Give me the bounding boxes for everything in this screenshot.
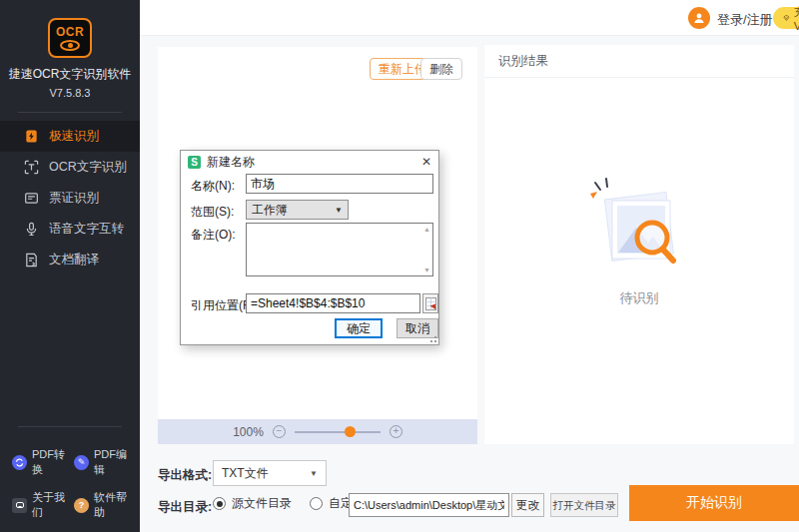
dialog-close-icon[interactable]: ✕ <box>421 155 431 169</box>
export-format-dropdown[interactable]: TXT文件 ▼ <box>213 460 327 486</box>
source-dir-radio[interactable] <box>213 497 226 510</box>
scope-dropdown[interactable]: 工作簿 ▼ <box>246 200 349 220</box>
zoom-percent: 100% <box>233 425 264 439</box>
awaiting-image-icon <box>584 176 694 275</box>
range-selector-icon <box>425 297 436 310</box>
custom-dir-radio[interactable] <box>310 497 323 510</box>
comment-field-wrap: ▲ ▼ <box>246 223 433 276</box>
export-dir-options: 源文件目录 自定义 <box>213 495 365 512</box>
sidebar-item-ocr-text[interactable]: OCR文字识别 <box>0 152 140 183</box>
sidebar-item-speech-text[interactable]: 语音文字互转 <box>0 214 140 245</box>
vip-label: 充值VIP <box>794 5 799 32</box>
range-selector-button[interactable] <box>422 293 438 313</box>
eye-icon <box>60 40 80 51</box>
help-label: 软件帮助 <box>94 490 136 520</box>
chevron-down-icon: ▼ <box>335 206 343 215</box>
user-avatar[interactable] <box>688 7 710 29</box>
vip-badge-icon <box>783 12 790 24</box>
spreadsheet-icon: S <box>188 156 201 169</box>
app-name: 捷速OCR文字识别软件 <box>0 66 140 83</box>
lightning-doc-icon <box>24 129 39 144</box>
sidebar-item-label: 票证识别 <box>49 190 99 207</box>
awaiting-text: 待识别 <box>620 289 659 307</box>
comment-label: 备注(O): <box>191 227 236 244</box>
sidebar-item-label: 语音文字互转 <box>49 221 124 238</box>
export-format-label: 导出格式: <box>158 467 212 484</box>
excel-new-name-dialog: S 新建名称 ✕ 名称(N): 范围(S): 工作簿 ▼ 备注(O): ▲ ▼ … <box>180 150 439 345</box>
pdf-edit-icon: ✎ <box>74 455 89 470</box>
app-version: V7.5.8.3 <box>0 87 140 99</box>
sidebar-item-ticket-ocr[interactable]: 票证识别 <box>0 183 140 214</box>
source-dir-label: 源文件目录 <box>232 495 292 512</box>
pdf-convert-link[interactable]: PDF转换 <box>12 447 74 477</box>
scope-value: 工作簿 <box>252 202 288 219</box>
app-logo: OCR <box>48 18 92 58</box>
chevron-down-icon: ▼ <box>310 469 318 478</box>
zoom-slider-knob[interactable] <box>345 426 356 437</box>
sidebar-item-doc-translate[interactable]: 文档翻译 <box>0 245 140 275</box>
zoom-slider[interactable] <box>295 431 381 433</box>
name-field[interactable] <box>246 174 433 194</box>
ticket-icon <box>24 191 39 206</box>
delete-button[interactable]: 删除 <box>420 58 462 80</box>
top-bar: 登录/注册 充值VIP ✕ <box>140 0 799 36</box>
microphone-icon <box>24 222 39 237</box>
export-path-field[interactable] <box>349 493 509 517</box>
pdf-edit-link[interactable]: ✎ PDF编辑 <box>74 447 136 477</box>
export-format-value: TXT文件 <box>222 465 269 482</box>
result-panel-title: 识别结果 <box>484 45 794 78</box>
resize-grip[interactable] <box>430 336 436 342</box>
scroll-up-icon[interactable]: ▲ <box>423 226 430 233</box>
logo-text: OCR <box>56 26 84 38</box>
pdf-convert-label: PDF转换 <box>32 447 74 477</box>
sidebar-footer-divider <box>18 426 122 427</box>
sidebar-footer: PDF转换 ✎ PDF编辑 关于我们 ? 软件帮助 <box>0 413 140 532</box>
pdf-edit-label: PDF编辑 <box>94 447 136 477</box>
login-register-link[interactable]: 登录/注册 <box>717 11 773 29</box>
ok-button[interactable]: 确定 <box>335 318 383 338</box>
export-dir-label: 导出目录: <box>158 499 212 516</box>
zoom-bar: 100% − + <box>158 419 477 444</box>
sidebar-item-label: 文档翻译 <box>49 252 99 268</box>
sidebar-item-label: OCR文字识别 <box>49 159 127 176</box>
person-icon <box>692 11 706 25</box>
refers-to-field[interactable] <box>246 293 420 313</box>
open-directory-button[interactable]: 打开文件目录 <box>550 493 618 517</box>
change-path-button[interactable]: 更改 <box>511 493 544 517</box>
zoom-out-icon[interactable]: − <box>273 425 286 438</box>
comment-field[interactable] <box>247 224 432 275</box>
ocr-frame-icon <box>24 160 39 175</box>
start-recognition-button[interactable]: 开始识别 <box>629 485 799 521</box>
about-us-label: 关于我们 <box>32 490 74 520</box>
scroll-down-icon[interactable]: ▼ <box>423 266 430 273</box>
pdf-convert-icon <box>12 455 27 470</box>
sidebar: OCR 捷速OCR文字识别软件 V7.5.8.3 极速识别 OCR文字识别 票证… <box>0 0 140 532</box>
dialog-title-bar[interactable]: S 新建名称 ✕ <box>181 151 438 173</box>
help-icon: ? <box>74 498 89 513</box>
recognition-result-panel: 识别结果 待识别 <box>484 45 794 444</box>
translate-doc-icon <box>24 253 39 267</box>
recharge-vip-button[interactable]: 充值VIP <box>773 7 799 29</box>
dialog-title: 新建名称 <box>207 154 255 171</box>
cancel-button[interactable]: 取消 <box>397 318 438 338</box>
result-placeholder: 待识别 <box>484 78 794 307</box>
name-label: 名称(N): <box>191 178 235 195</box>
sidebar-divider <box>18 112 122 113</box>
help-link[interactable]: ? 软件帮助 <box>74 490 136 520</box>
sidebar-item-label: 极速识别 <box>49 128 99 145</box>
scope-label: 范围(S): <box>191 204 234 221</box>
sidebar-item-fast-ocr[interactable]: 极速识别 <box>0 121 140 152</box>
zoom-in-icon[interactable]: + <box>390 425 402 438</box>
about-us-icon <box>12 498 27 513</box>
about-us-link[interactable]: 关于我们 <box>12 490 74 520</box>
